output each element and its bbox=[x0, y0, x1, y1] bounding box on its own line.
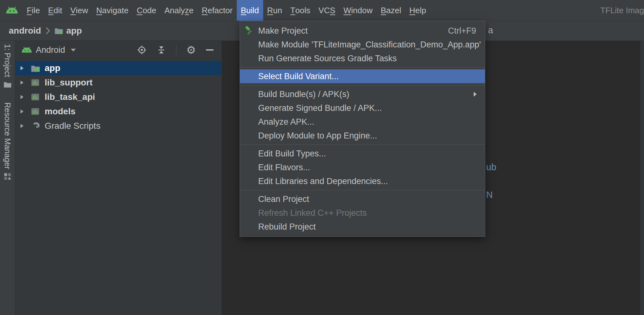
project-panel-header: Android ⚙ bbox=[15, 41, 222, 59]
menu-tools[interactable]: Tools bbox=[286, 0, 314, 21]
menu-build[interactable]: Build bbox=[237, 0, 263, 21]
tool-button-resource-manager-label: Resource Manager bbox=[3, 102, 12, 169]
menu-item-run-generate-sources[interactable]: Run Generate Sources Gradle Tasks bbox=[240, 52, 485, 65]
gear-icon[interactable]: ⚙ bbox=[186, 45, 196, 55]
menu-item-analyze-apk[interactable]: Analyze APK... bbox=[240, 115, 485, 129]
project-tool-icon bbox=[3, 81, 12, 88]
android-studio-logo bbox=[0, 0, 23, 21]
menu-window[interactable]: Window bbox=[339, 0, 376, 21]
shortcut-label: Ctrl+F9 bbox=[448, 26, 485, 36]
menu-item-build-bundles-apks[interactable]: Build Bundle(s) / APK(s) bbox=[240, 87, 485, 101]
menu-edit[interactable]: Edit bbox=[44, 0, 66, 21]
menu-item-edit-libraries-dependencies[interactable]: Edit Libraries and Dependencies... bbox=[240, 174, 485, 188]
expand-arrow-icon[interactable] bbox=[19, 80, 31, 85]
tree-item-models[interactable]: models bbox=[15, 104, 222, 119]
tool-button-resource-manager[interactable]: Resource Manager bbox=[3, 102, 12, 181]
menu-file[interactable]: File bbox=[23, 0, 44, 21]
menu-item-refresh-linked-cpp: Refresh Linked C++ Projects bbox=[240, 206, 485, 220]
menu-bazel[interactable]: Bazel bbox=[377, 0, 405, 21]
tree-item-label: models bbox=[45, 106, 75, 117]
android-logo-icon bbox=[6, 6, 18, 14]
panel-header-actions: ⚙ bbox=[137, 45, 214, 55]
left-tool-stripe: 1: Project Resource Manager bbox=[0, 41, 15, 315]
menu-code[interactable]: Code bbox=[133, 0, 160, 21]
breadcrumb-module[interactable]: app bbox=[54, 26, 82, 36]
editor-scrollbar[interactable] bbox=[640, 41, 644, 315]
tree-item-label: lib_task_api bbox=[45, 92, 95, 102]
menu-item-clean-project[interactable]: Clean Project bbox=[240, 192, 485, 206]
tree-item-label: app bbox=[45, 63, 60, 73]
module-icon bbox=[31, 78, 45, 87]
tool-button-project-label: 1: Project bbox=[3, 44, 12, 77]
app-folder-icon bbox=[31, 64, 45, 72]
submenu-arrow-icon bbox=[473, 91, 485, 97]
menu-item-deploy-module-app-engine[interactable]: Deploy Module to App Engine... bbox=[240, 129, 485, 143]
menu-item-edit-build-types[interactable]: Edit Build Types... bbox=[240, 147, 485, 160]
hide-panel-icon[interactable] bbox=[206, 49, 214, 51]
app-folder-icon bbox=[54, 27, 63, 35]
menu-vcs[interactable]: VCS bbox=[314, 0, 339, 21]
toolbar-divider bbox=[176, 45, 176, 55]
menu-separator bbox=[240, 190, 485, 190]
menu-refactor[interactable]: Refactor bbox=[197, 0, 236, 21]
editor-fragment: a bbox=[488, 25, 493, 35]
project-view-label: Android bbox=[36, 45, 65, 55]
editor-fragment: N bbox=[486, 190, 493, 200]
expand-arrow-icon[interactable] bbox=[19, 123, 31, 128]
project-tool-window: Android ⚙ bbox=[15, 41, 222, 315]
resource-manager-icon bbox=[4, 173, 11, 180]
expand-arrow-icon[interactable] bbox=[19, 109, 31, 114]
window-title: TFLite Imag bbox=[594, 0, 644, 21]
breadcrumb-chevron-icon bbox=[46, 27, 50, 35]
menu-analyze[interactable]: Analyze bbox=[160, 0, 198, 21]
tree-item-lib-support[interactable]: lib_support bbox=[15, 75, 222, 90]
main-menubar: File Edit View Navigate Code Analyze Ref… bbox=[0, 0, 644, 21]
hammer-icon bbox=[240, 26, 258, 35]
expand-arrow-icon[interactable] bbox=[19, 66, 31, 71]
gradle-icon bbox=[31, 122, 45, 130]
menu-view[interactable]: View bbox=[66, 0, 92, 21]
menu-separator bbox=[240, 144, 485, 145]
tree-item-label: lib_support bbox=[45, 78, 92, 88]
menu-separator bbox=[240, 85, 485, 85]
menu-item-rebuild-project[interactable]: Rebuild Project bbox=[240, 220, 485, 234]
tree-item-app[interactable]: app bbox=[15, 61, 222, 75]
menu-run[interactable]: Run bbox=[263, 0, 286, 21]
editor-fragment: ub bbox=[486, 162, 496, 172]
menu-help[interactable]: Help bbox=[405, 0, 430, 21]
android-studio-window: File Edit View Navigate Code Analyze Ref… bbox=[0, 0, 644, 315]
project-view-selector[interactable]: Android bbox=[21, 45, 76, 55]
menu-item-generate-signed-bundle[interactable]: Generate Signed Bundle / APK... bbox=[240, 101, 485, 115]
project-tree: app lib_support bbox=[15, 61, 222, 133]
breadcrumb-module-label: app bbox=[66, 26, 82, 36]
menu-item-make-project[interactable]: Make Project Ctrl+F9 bbox=[240, 24, 485, 38]
android-view-icon bbox=[21, 46, 32, 53]
menu-item-edit-flavors[interactable]: Edit Flavors... bbox=[240, 160, 485, 174]
menu-separator bbox=[240, 67, 485, 68]
chevron-down-icon bbox=[71, 49, 76, 52]
menu-item-make-module[interactable]: Make Module 'TFLiteImage_Classification_… bbox=[240, 38, 485, 52]
collapse-all-icon[interactable] bbox=[157, 45, 166, 55]
menu-navigate[interactable]: Navigate bbox=[92, 0, 133, 21]
tool-button-project[interactable]: 1: Project bbox=[3, 44, 12, 88]
tree-item-gradle-scripts[interactable]: Gradle Scripts bbox=[15, 119, 222, 133]
expand-arrow-icon[interactable] bbox=[19, 95, 31, 100]
module-icon bbox=[31, 93, 45, 101]
menu-item-select-build-variant[interactable]: Select Build Variant... bbox=[240, 69, 485, 83]
module-icon bbox=[31, 107, 45, 116]
build-menu-dropdown: Make Project Ctrl+F9 Make Module 'TFLite… bbox=[240, 21, 485, 237]
breadcrumb-project[interactable]: android bbox=[9, 26, 41, 36]
tree-item-lib-task-api[interactable]: lib_task_api bbox=[15, 90, 222, 104]
tree-item-label: Gradle Scripts bbox=[45, 121, 100, 131]
locate-target-icon[interactable] bbox=[137, 45, 147, 55]
